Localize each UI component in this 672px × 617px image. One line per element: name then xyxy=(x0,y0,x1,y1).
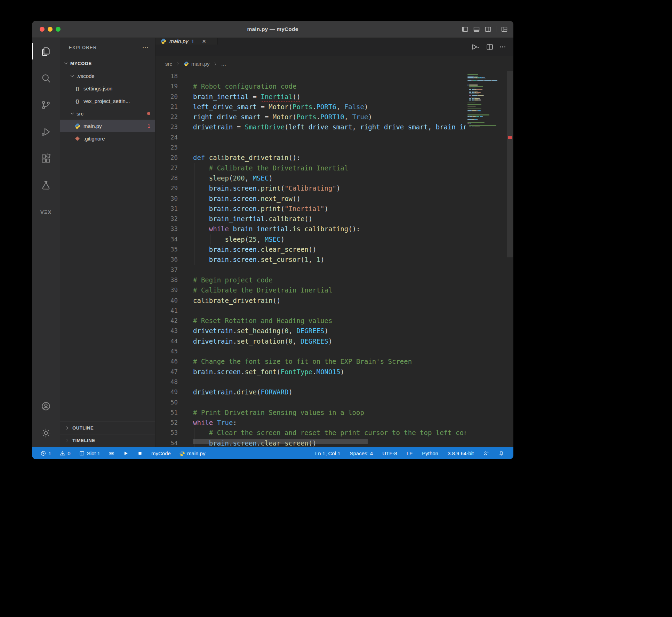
tree-item--vscode[interactable]: .vscode xyxy=(60,70,155,82)
status-indentation[interactable]: Spaces: 4 xyxy=(350,450,373,456)
status-active-file[interactable]: main.py xyxy=(179,450,206,456)
split-editor[interactable] xyxy=(486,43,494,51)
layout-panel-icon[interactable] xyxy=(473,26,480,33)
problems-badge: 1 xyxy=(147,123,150,129)
code-line-42[interactable]: # Reset Rotation and Heading values xyxy=(193,316,466,326)
activity-item-testing[interactable] xyxy=(32,172,60,199)
code-line-52[interactable]: while True: xyxy=(193,418,466,428)
line-number: 33 xyxy=(155,224,178,234)
tree-item-settings-json[interactable]: {}settings.json xyxy=(60,82,155,95)
code-line-45[interactable] xyxy=(193,346,466,356)
panel-label: OUTLINE xyxy=(72,425,94,431)
activity-item-settings[interactable] xyxy=(32,419,60,446)
status-language-mode[interactable]: Python xyxy=(422,450,438,456)
activity-item-accounts[interactable] xyxy=(32,393,60,419)
status-notifications[interactable] xyxy=(498,450,504,456)
code-line-46[interactable]: # Change the font size to fit on the EXP… xyxy=(193,356,466,367)
status-python-interpreter[interactable]: 3.8.9 64-bit xyxy=(448,450,474,456)
status-slot-selector[interactable]: Slot 1 xyxy=(79,450,100,456)
code-line-31[interactable]: brain.screen.print("Inertial") xyxy=(193,204,466,214)
code-line-22[interactable]: right_drive_smart = Motor(Ports.PORT10, … xyxy=(193,112,466,122)
code-line-26[interactable]: def calibrate_drivetrain(): xyxy=(193,153,466,163)
code-line-29[interactable]: brain.screen.print("Calibrating") xyxy=(193,183,466,193)
code-line-44[interactable]: drivetrain.set_rotation(0, DEGREES) xyxy=(193,336,466,346)
code-line-25[interactable] xyxy=(193,143,466,153)
status-problems-warnings[interactable]: 0 xyxy=(59,450,70,456)
tree-item-vex-project-settin-[interactable]: {}vex_project_settin... xyxy=(60,95,155,107)
code-line-37[interactable] xyxy=(193,265,466,275)
code-line-49[interactable]: drivetrain.drive(FORWARD) xyxy=(193,387,466,397)
activity-item-search[interactable] xyxy=(32,65,60,91)
code-line-40[interactable]: calibrate_drivetrain() xyxy=(193,296,466,306)
code-line-27[interactable]: # Calibrate the Drivetrain Inertial xyxy=(193,163,466,173)
status-eol[interactable]: LF xyxy=(407,450,413,456)
minimap-line xyxy=(467,85,469,85)
code-line-28[interactable]: sleep(200, MSEC) xyxy=(193,173,466,183)
status-project-name[interactable]: myCode xyxy=(151,450,171,456)
vertical-scrollbar-thumb[interactable] xyxy=(507,71,513,257)
code-line-19[interactable]: # Robot configuration code xyxy=(193,81,466,91)
tree-item-mycode[interactable]: MYCODE xyxy=(60,57,155,70)
tree-item-src[interactable]: src xyxy=(60,107,155,120)
status-run-program[interactable] xyxy=(123,450,129,456)
status-feedback[interactable] xyxy=(483,450,489,456)
code-line-18[interactable] xyxy=(193,71,466,81)
code-line-50[interactable] xyxy=(193,398,466,408)
layout-customize-icon[interactable] xyxy=(501,26,508,33)
more-actions-icon[interactable]: ⋯ xyxy=(142,44,149,51)
panel-timeline[interactable]: TIMELINE xyxy=(60,434,155,447)
minimap-line xyxy=(475,106,476,106)
minimap-line xyxy=(472,112,477,112)
code-editor[interactable]: 1819202122232425262728293031323334353637… xyxy=(155,71,513,447)
horizontal-scrollbar[interactable] xyxy=(193,439,368,444)
code-line-21[interactable]: left_drive_smart = Motor(Ports.PORT6, Fa… xyxy=(193,102,466,112)
layout-sidebar-right-icon[interactable] xyxy=(485,26,491,33)
status-stop-program[interactable] xyxy=(137,450,143,456)
run-python-file[interactable] xyxy=(471,43,481,51)
more-editor-actions[interactable] xyxy=(499,43,506,51)
code-line-53[interactable]: # Clear the screen and reset the print c… xyxy=(193,428,466,438)
minimap-line xyxy=(467,109,481,109)
code-line-24[interactable] xyxy=(193,133,466,143)
layout-sidebar-left-icon[interactable] xyxy=(462,26,469,33)
activity-item-run-and-debug[interactable] xyxy=(32,118,60,145)
minimap-line xyxy=(467,104,481,105)
code-line-43[interactable]: drivetrain.set_heading(0, DEGREES) xyxy=(193,326,466,336)
code-line-38[interactable]: # Begin project code xyxy=(193,275,466,285)
code-line-48[interactable] xyxy=(193,377,466,387)
minimap[interactable] xyxy=(467,73,506,447)
tree-item--gitignore[interactable]: .gitignore xyxy=(60,132,155,145)
minimap-line xyxy=(479,98,480,99)
code-line-34[interactable]: sleep(25, MSEC) xyxy=(193,234,466,245)
code-line-23[interactable]: drivetrain = SmartDrive(left_drive_smart… xyxy=(193,122,466,132)
status-problems-errors[interactable]: 1 xyxy=(40,450,51,456)
panel-outline[interactable]: OUTLINE xyxy=(60,422,155,434)
code-line-51[interactable]: # Print Drivetrain Sensing values in a l… xyxy=(193,408,466,418)
status-cursor-position[interactable]: Ln 1, Col 1 xyxy=(315,450,341,456)
activity-item-source-control[interactable] xyxy=(32,91,60,118)
tab-main-py[interactable]: main.py1× xyxy=(155,38,218,45)
breadcrumb-item[interactable]: main.py xyxy=(184,61,210,67)
code-line-33[interactable]: while brain_inertial.is_calibrating(): xyxy=(193,224,466,234)
minimap-line xyxy=(479,94,479,94)
code-line-36[interactable]: brain.screen.set_cursor(1, 1) xyxy=(193,255,466,265)
activity-item-extensions[interactable] xyxy=(32,145,60,172)
code-line-20[interactable]: brain_inertial = Inertial() xyxy=(193,92,466,102)
activity-item-vex-extension[interactable]: VΞX xyxy=(32,199,60,225)
status-vex-brain-status[interactable] xyxy=(109,450,114,456)
code-line-35[interactable]: brain.screen.clear_screen() xyxy=(193,245,466,255)
code-line-30[interactable]: brain.screen.next_row() xyxy=(193,194,466,204)
breadcrumb-item[interactable]: … xyxy=(221,61,226,67)
breadcrumb-item[interactable]: src xyxy=(165,61,172,67)
activity-item-explorer[interactable] xyxy=(32,38,60,65)
vertical-scrollbar[interactable] xyxy=(506,71,513,447)
code-line-47[interactable]: brain.screen.set_font(FontType.MONO15) xyxy=(193,367,466,377)
code-line-32[interactable]: brain_inertial.calibrate() xyxy=(193,214,466,224)
status-encoding[interactable]: UTF-8 xyxy=(382,450,397,456)
python-icon xyxy=(74,123,81,129)
code-line-39[interactable]: # Calibrate the Drivetrain Inertial xyxy=(193,285,466,295)
tree-item-main-py[interactable]: main.py1 xyxy=(60,120,155,132)
line-number: 44 xyxy=(155,336,178,346)
code-line-41[interactable] xyxy=(193,306,466,316)
close-icon[interactable]: × xyxy=(202,38,206,45)
